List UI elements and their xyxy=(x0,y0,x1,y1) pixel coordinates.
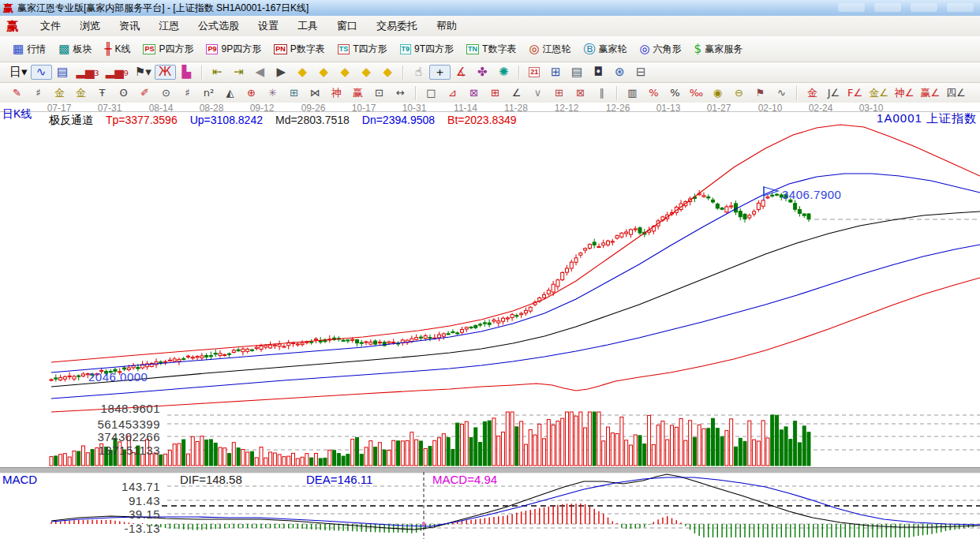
n-square-icon[interactable]: n² xyxy=(198,86,219,99)
f-grid-icon[interactable]: Ŧ xyxy=(92,86,113,99)
page-prev-icon[interactable]: ◀ xyxy=(249,65,271,80)
angle-measure-icon[interactable]: ∡ xyxy=(451,65,472,80)
menu-item[interactable]: 文件 xyxy=(31,18,70,34)
wheel-icon[interactable]: ✳ xyxy=(262,86,283,99)
hand-drag-icon[interactable]: ☝ xyxy=(408,65,429,80)
gann-diamond-h-icon[interactable]: ◆ xyxy=(335,65,356,80)
volume-distribution-icon[interactable]: ▙ xyxy=(176,65,197,80)
menu-item[interactable]: 资讯 xyxy=(110,18,149,34)
si-angle-icon[interactable]: 四∠ xyxy=(943,86,969,99)
title-bar[interactable]: 赢 赢家江恩专业版[赢家内部服务平台] - [上证指数 SH1A0001-167… xyxy=(0,0,980,17)
fan-grid-icon[interactable]: ⊞ xyxy=(484,86,506,99)
jump-last-icon[interactable]: ⇥ xyxy=(228,65,249,80)
window-control-button[interactable] xyxy=(838,3,865,12)
angle-lines-icon[interactable]: ∠ xyxy=(506,86,527,99)
fan-box-icon[interactable]: ⊠ xyxy=(463,86,484,99)
slant-line-icon[interactable]: ∥ xyxy=(591,86,612,99)
shen-tool-icon[interactable]: 神 xyxy=(326,86,347,99)
ruler-grid-icon[interactable]: ♯ xyxy=(177,86,198,99)
calculator-icon[interactable]: ⊞ xyxy=(545,65,567,80)
winner-service-button[interactable]: $赢家服务 xyxy=(688,40,750,58)
kline-extend-icon[interactable]: Ж xyxy=(155,65,176,80)
window-control-button[interactable] xyxy=(874,3,901,12)
calendar-icon[interactable]: 21 xyxy=(524,66,545,79)
gold-level-icon[interactable]: 金 xyxy=(802,86,823,99)
kline-button[interactable]: ╫K线 xyxy=(98,40,137,58)
gann-diamond-x-icon[interactable]: ◆ xyxy=(356,65,377,80)
v-line-icon[interactable]: ∨ xyxy=(527,86,548,99)
gann-tool-icon[interactable]: ✤ xyxy=(472,65,493,80)
window-controls[interactable] xyxy=(838,3,974,12)
menu-item[interactable]: 交易委托 xyxy=(367,18,427,34)
gold-line-icon[interactable]: ⊖ xyxy=(728,86,750,99)
k-mark-icon[interactable]: ⋈ xyxy=(305,86,326,99)
square-frame-icon[interactable]: □ xyxy=(421,86,442,99)
pct-level-icon[interactable]: ‰ xyxy=(686,86,707,99)
price-grid-icon[interactable]: ⊞ xyxy=(548,86,570,99)
shen-angle-icon[interactable]: 神∠ xyxy=(892,86,918,99)
menu-item[interactable]: 浏览 xyxy=(70,18,110,34)
chart-3-icon[interactable]: ▂▅₃ xyxy=(73,65,103,80)
f-angle-icon[interactable]: F∠ xyxy=(844,86,866,99)
hexagon-button[interactable]: ◎六角形 xyxy=(634,40,688,58)
menu-item[interactable]: 设置 xyxy=(249,18,288,34)
jump-first-icon[interactable]: ⇤ xyxy=(207,65,228,80)
span-arrow-icon[interactable]: ↔ xyxy=(390,86,411,99)
flag-marker-dropdown[interactable]: ⚑▾ xyxy=(132,65,155,80)
kline-period-day-button[interactable]: 日▾ xyxy=(6,65,31,80)
knife-tool-icon[interactable]: ✎ xyxy=(6,86,28,99)
close-button[interactable] xyxy=(947,3,974,12)
p-number-button[interactable]: PNP数字表 xyxy=(267,40,331,58)
fan-red-icon[interactable]: ⊿ xyxy=(442,86,463,99)
notes-icon[interactable]: ▤ xyxy=(567,65,588,80)
menu-item[interactable]: 江恩 xyxy=(149,18,189,34)
web-grid-icon[interactable]: ⊞ xyxy=(283,86,305,99)
grid-123-icon[interactable]: ⊡ xyxy=(368,86,390,99)
menu-item[interactable]: 窗口 xyxy=(327,18,367,34)
gann-diamond-all-icon[interactable]: ◆ xyxy=(377,65,398,80)
fractal-icon[interactable]: ✺ xyxy=(493,65,514,80)
menu-item[interactable]: 公式选股 xyxy=(189,18,249,34)
minimize-button[interactable] xyxy=(911,3,937,12)
flag-pen-icon[interactable]: ⚑ xyxy=(750,86,771,99)
gann-diamond-left-icon[interactable]: ◆ xyxy=(292,65,313,80)
j-angle-icon[interactable]: J∠ xyxy=(823,86,844,99)
sector-button[interactable]: ▩板块 xyxy=(52,40,98,58)
volume-pct-icon[interactable]: ▥ xyxy=(622,86,643,99)
transfer-icon[interactable]: ⊛ xyxy=(609,65,630,80)
target-icon[interactable]: ⊕ xyxy=(241,86,262,99)
percent-icon[interactable]: % xyxy=(664,86,686,99)
time-cycle-icon[interactable]: ⊙ xyxy=(155,86,177,99)
page-next-icon[interactable]: ▶ xyxy=(271,65,292,80)
chart-9-icon[interactable]: ▂▅₉ xyxy=(103,65,132,80)
p9-square-button[interactable]: P99P四方形 xyxy=(200,40,267,58)
info-report-icon[interactable]: ▤ xyxy=(52,65,73,80)
gann-diamond-right-icon[interactable]: ◆ xyxy=(313,65,335,80)
gold-grid-icon[interactable]: 金 xyxy=(49,86,70,99)
grid-ruler-icon[interactable]: ♯ xyxy=(28,86,49,99)
print-icon[interactable]: ⊟ xyxy=(630,65,652,80)
save-icon[interactable]: ◘ xyxy=(588,65,609,80)
gold-circle-icon[interactable]: ◉ xyxy=(707,86,728,99)
price-grid2-icon[interactable]: ⊠ xyxy=(570,86,591,99)
angle-flag-icon[interactable]: ◭ xyxy=(219,86,241,99)
gold-angle-icon[interactable]: 金∠ xyxy=(866,86,892,99)
gold-grid2-icon[interactable]: 金 xyxy=(70,86,92,99)
wave-icon[interactable]: ∿ xyxy=(771,86,792,99)
menu-item[interactable]: 帮助 xyxy=(427,18,466,34)
t-number-button[interactable]: TNT数字表 xyxy=(460,40,522,58)
pattern-search-icon[interactable]: ∿ xyxy=(31,65,52,80)
p-square-button[interactable]: PSP四方形 xyxy=(137,40,200,58)
quote-button[interactable]: ▦行情 xyxy=(6,40,52,58)
winner-wheel-button[interactable]: Ⓑ赢家轮 xyxy=(578,40,634,58)
spiral-icon[interactable]: ʘ xyxy=(113,86,134,99)
menu-item[interactable]: 工具 xyxy=(288,18,327,34)
crosshair-icon[interactable]: ＋ xyxy=(429,65,451,80)
win-angle-icon[interactable]: 赢∠ xyxy=(917,86,943,99)
gann-wheel-button[interactable]: ◎江恩轮 xyxy=(522,40,577,58)
t-square-button[interactable]: TST四方形 xyxy=(331,40,394,58)
red-knife-icon[interactable]: ✐ xyxy=(134,86,155,99)
win-tool-icon[interactable]: 赢 xyxy=(347,86,368,99)
pct-line-icon[interactable]: % xyxy=(643,86,664,99)
t9-square-button[interactable]: T99T四方形 xyxy=(394,40,461,58)
